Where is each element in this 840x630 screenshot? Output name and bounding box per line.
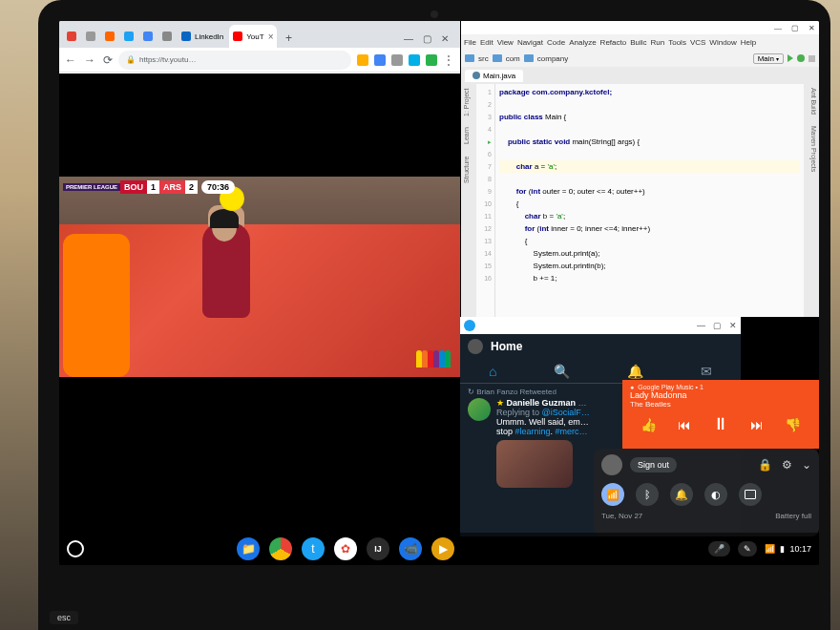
maximize-button[interactable]: ▢ (713, 321, 722, 330)
stylus-button[interactable]: ✎ (738, 541, 757, 556)
user-avatar[interactable] (601, 454, 622, 475)
address-bar[interactable]: 🔒 https://tv.youtu… (118, 51, 351, 70)
tweet-media[interactable] (496, 440, 573, 488)
tab-linkedin[interactable]: LinkedIn (178, 25, 227, 48)
next-track-button[interactable]: ⏭ (750, 417, 764, 432)
menu-tools[interactable]: Tools (667, 38, 687, 47)
hashtag[interactable]: #merc… (556, 427, 588, 436)
tab-2[interactable] (82, 25, 99, 48)
forward-button[interactable]: → (84, 53, 95, 67)
youtube-video-area[interactable]: PREMIER LEAGUE BOU 1 ARS 2 70:36 (59, 74, 460, 374)
tool-ant[interactable]: Ant Build (806, 88, 817, 115)
twitter-header: Home (460, 334, 741, 359)
run-config-dropdown[interactable]: Main ▾ (753, 53, 784, 64)
tab-4[interactable] (120, 25, 137, 48)
menu-vcs[interactable]: VCS (689, 38, 706, 47)
tweet-avatar[interactable] (468, 398, 491, 421)
crumb-company[interactable]: company (537, 54, 568, 63)
shelf-app-files[interactable]: 📁 (237, 537, 260, 560)
shelf-app-intellij[interactable]: IJ (367, 537, 389, 560)
tool-project[interactable]: 1: Project (463, 88, 474, 116)
extension-icon[interactable] (426, 54, 437, 66)
tab-6[interactable] (158, 25, 176, 48)
profile-avatar[interactable] (468, 339, 483, 354)
minimize-button[interactable]: — (697, 321, 705, 330)
crumb-com[interactable]: com (506, 54, 520, 63)
tool-maven[interactable]: Maven Projects (806, 126, 817, 172)
menu-edit[interactable]: Edit (479, 38, 494, 47)
crumb-src[interactable]: src (478, 54, 489, 63)
extension-icon[interactable] (374, 54, 386, 66)
code-editor[interactable]: package com.company.kctofel; public clas… (495, 84, 804, 317)
tab-3[interactable] (101, 25, 118, 48)
lock-icon[interactable]: 🔒 (758, 458, 772, 472)
sign-out-button[interactable]: Sign out (630, 457, 677, 472)
shelf-app-chrome[interactable] (269, 537, 292, 560)
collapse-icon[interactable]: ⌄ (802, 458, 811, 472)
menu-build[interactable]: Builc (629, 38, 647, 47)
settings-icon[interactable]: ⚙ (782, 458, 792, 472)
tab-home[interactable]: ⌂ (489, 364, 496, 379)
retweet-icon: ↻ (468, 388, 474, 396)
close-button[interactable]: ✕ (729, 321, 737, 330)
menu-view[interactable]: View (496, 38, 514, 47)
launcher-button[interactable] (67, 540, 84, 557)
source-dot-icon: ● (630, 384, 634, 390)
menu-run[interactable]: Run (650, 38, 666, 47)
thumbs-up-button[interactable]: 👍 (640, 417, 657, 432)
tab-messages[interactable]: ✉ (701, 364, 712, 379)
menu-file[interactable]: File (463, 38, 477, 47)
bluetooth-toggle[interactable]: ᛒ (636, 483, 659, 506)
minimize-button[interactable]: — (774, 24, 782, 32)
extension-icon[interactable] (391, 54, 403, 66)
app-icon (464, 320, 475, 331)
close-button[interactable]: ✕ (441, 33, 449, 44)
tab-gmail[interactable] (63, 25, 80, 48)
shelf-app-photos[interactable]: ✿ (334, 537, 357, 560)
thumbs-down-button[interactable]: 👎 (785, 417, 801, 432)
status-tray[interactable]: 📶 ▮ 10:17 (765, 544, 811, 554)
menu-window[interactable]: Window (708, 38, 737, 47)
back-button[interactable]: ← (65, 53, 76, 67)
menu-refactor[interactable]: Refacto (599, 38, 628, 47)
play-pause-button[interactable]: ⏸ (712, 414, 729, 434)
close-button[interactable]: ✕ (808, 24, 815, 32)
reload-button[interactable]: ⟳ (103, 53, 113, 67)
shelf-app-twitter[interactable]: t (302, 537, 325, 560)
cast-toggle[interactable] (739, 483, 762, 506)
run-button[interactable] (788, 54, 793, 62)
debug-button[interactable] (797, 54, 805, 62)
maximize-button[interactable]: ▢ (423, 33, 431, 44)
menu-help[interactable]: Help (740, 38, 757, 47)
tool-learn[interactable]: Learn (463, 128, 474, 145)
assistant-mic-button[interactable]: 🎤 (708, 541, 730, 556)
wifi-toggle[interactable]: 📶 (601, 483, 624, 506)
prev-track-button[interactable]: ⏮ (678, 417, 691, 432)
new-tab-button[interactable]: + (279, 29, 298, 48)
close-icon[interactable]: × (268, 32, 274, 42)
stop-button[interactable] (808, 55, 815, 62)
editor-tab-main[interactable]: Main.java (465, 70, 523, 82)
date-label: Tue, Nov 27 (601, 512, 642, 520)
tab-5[interactable] (139, 25, 157, 48)
chrome-menu-button[interactable]: ⋮ (443, 53, 454, 67)
mention[interactable]: @iSocialF… (542, 408, 590, 417)
tweet-author[interactable]: Danielle Guzman (507, 398, 577, 408)
menu-navigate[interactable]: Navigat (516, 38, 544, 47)
hashtag[interactable]: #learning (515, 427, 551, 436)
minimize-button[interactable]: — (404, 33, 413, 44)
extension-icon[interactable] (357, 54, 368, 66)
shelf-app-duo[interactable]: 📹 (399, 537, 422, 560)
notifications-toggle[interactable]: 🔔 (670, 483, 693, 506)
shelf-app-plex[interactable]: ▶ (431, 537, 454, 560)
tab-search[interactable]: 🔍 (554, 364, 570, 379)
menu-code[interactable]: Code (546, 38, 566, 47)
extension-icon[interactable] (409, 54, 420, 66)
tool-structure[interactable]: Structure (463, 156, 474, 182)
night-light-toggle[interactable]: ◐ (704, 483, 727, 506)
ide-editor-tabs: Main.java (461, 67, 819, 84)
tab-youtube[interactable]: YouT× (229, 25, 277, 48)
maximize-button[interactable]: ▢ (791, 24, 799, 32)
menu-analyze[interactable]: Analyze (568, 38, 597, 47)
tab-notifications[interactable]: 🔔 (627, 364, 643, 379)
